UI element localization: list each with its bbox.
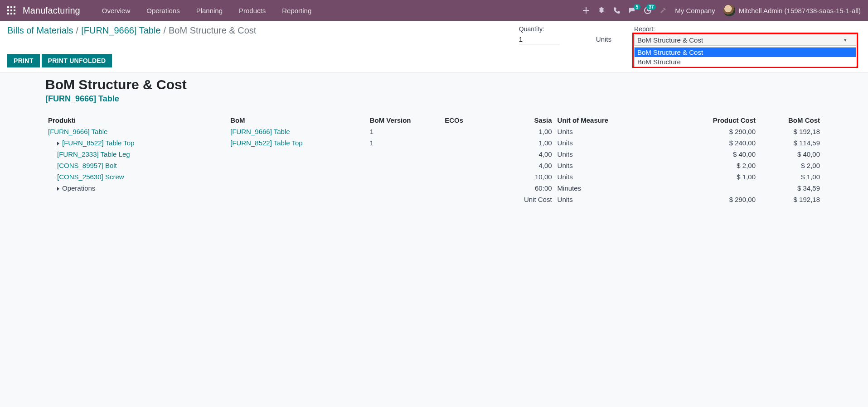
top-navbar: Manufacturing Overview Operations Planni…	[0, 0, 868, 21]
bug-icon[interactable]	[598, 7, 605, 14]
product-cell[interactable]: [CONS_25630] Screw	[57, 173, 124, 181]
control-panel: Bills of Materials / [FURN_9666] Table /…	[0, 21, 868, 72]
caret-icon[interactable]	[57, 187, 59, 191]
avatar	[723, 5, 735, 16]
breadcrumb-current: BoM Structure & Cost	[169, 25, 256, 36]
qty-cell: 4,00	[506, 148, 554, 160]
uom-cell: Units	[555, 148, 662, 160]
uom-cell: Units	[555, 160, 662, 171]
footer-uom: Units	[555, 194, 662, 205]
bcost-cell: $ 40,00	[758, 148, 823, 160]
breadcrumb-root[interactable]: Bills of Materials	[7, 25, 73, 36]
bcost-cell: $ 192,18	[758, 126, 823, 137]
breadcrumb: Bills of Materials / [FURN_9666] Table /…	[7, 25, 256, 36]
pcost-cell: $ 290,00	[662, 126, 758, 137]
plus-icon[interactable]	[582, 7, 590, 14]
report-option-cost[interactable]: BoM Structure & Cost	[635, 48, 856, 57]
th-qty: Sasia	[506, 115, 554, 126]
product-cell[interactable]: [CONS_89957] Bolt	[57, 162, 117, 169]
bcost-cell: $ 2,00	[758, 160, 823, 171]
bom-table: Produkti BoM BoM Version ECOs Sasia Unit…	[45, 115, 823, 205]
caret-icon[interactable]	[57, 142, 59, 145]
table-row: [CONS_89957] Bolt4,00Units$ 2,00$ 2,00	[45, 160, 823, 171]
product-cell[interactable]: [FURN_2333] Table Leg	[57, 150, 130, 158]
app-name[interactable]: Manufacturing	[23, 5, 80, 16]
company-selector[interactable]: My Company	[675, 7, 715, 14]
uom-cell: Units	[555, 126, 662, 137]
table-row: [FURN_8522] Table Top[FURN_8522] Table T…	[45, 137, 823, 148]
ecos-cell	[442, 126, 506, 137]
th-ecos: ECOs	[442, 115, 506, 126]
qty-cell: 1,00	[506, 126, 554, 137]
th-version: BoM Version	[367, 115, 442, 126]
nav-planning[interactable]: Planning	[188, 1, 231, 20]
activity-badge: 37	[646, 4, 656, 10]
ecos-cell	[442, 160, 506, 171]
phone-icon[interactable]	[613, 7, 621, 14]
product-cell[interactable]: [FURN_9666] Table	[48, 128, 107, 135]
th-bom: BoM	[228, 115, 367, 126]
footer-bcost: $ 192,18	[758, 194, 823, 205]
th-product: Produkti	[45, 115, 228, 126]
pcost-cell: $ 40,00	[662, 148, 758, 160]
bom-cell[interactable]: [FURN_9666] Table	[230, 128, 290, 135]
uom-cell: Minutes	[555, 182, 662, 194]
nav-overview[interactable]: Overview	[94, 1, 139, 20]
pcost-cell: $ 2,00	[662, 160, 758, 171]
th-bcost: BoM Cost	[758, 115, 823, 126]
print-button[interactable]: PRINT	[7, 54, 40, 67]
table-row: Operations60:00Minutes$ 34,59	[45, 182, 823, 194]
footer-label: Unit Cost	[506, 194, 554, 205]
chat-icon[interactable]: 5	[629, 7, 636, 14]
table-row: [CONS_25630] Screw10,00Units$ 1,00$ 1,00	[45, 171, 823, 182]
qty-cell: 60:00	[506, 182, 554, 194]
report-subtitle: [FURN_9666] Table	[45, 94, 823, 104]
version-cell	[367, 160, 442, 171]
product-cell[interactable]: [FURN_8522] Table Top	[62, 139, 135, 147]
ecos-cell	[442, 182, 506, 194]
report-body: BoM Structure & Cost [FURN_9666] Table P…	[0, 72, 868, 223]
report-option-structure[interactable]: BoM Structure	[635, 57, 856, 67]
version-cell: 1	[367, 126, 442, 137]
version-cell	[367, 182, 442, 194]
print-unfolded-button[interactable]: PRINT UNFOLDED	[42, 54, 112, 67]
footer-pcost: $ 290,00	[662, 194, 758, 205]
pcost-cell	[662, 182, 758, 194]
version-cell: 1	[367, 137, 442, 148]
th-uom: Unit of Measure	[555, 115, 662, 126]
report-select[interactable]: BoM Structure & Cost	[634, 34, 856, 46]
footer-row: Unit Cost Units $ 290,00 $ 192,18	[45, 194, 823, 205]
uom-cell: Units	[555, 137, 662, 148]
version-cell	[367, 171, 442, 182]
report-title: BoM Structure & Cost	[45, 77, 823, 92]
bcost-cell: $ 1,00	[758, 171, 823, 182]
tools-icon[interactable]	[659, 7, 667, 14]
pcost-cell: $ 240,00	[662, 137, 758, 148]
table-row: [FURN_9666] Table[FURN_9666] Table11,00U…	[45, 126, 823, 137]
report-dropdown: BoM Structure & Cost BoM Structure	[634, 47, 856, 67]
nav-menu: Overview Operations Planning Products Re…	[94, 1, 320, 20]
nav-reporting[interactable]: Reporting	[274, 1, 320, 20]
qty-cell: 1,00	[506, 137, 554, 148]
breadcrumb-product[interactable]: [FURN_9666] Table	[81, 25, 160, 36]
version-cell	[367, 148, 442, 160]
table-row: [FURN_2333] Table Leg4,00Units$ 40,00$ 4…	[45, 148, 823, 160]
ecos-cell	[442, 171, 506, 182]
user-name: Mitchell Admin (15987438-saas-15-1-all)	[739, 7, 861, 14]
th-pcost: Product Cost	[662, 115, 758, 126]
nav-products[interactable]: Products	[231, 1, 274, 20]
activity-icon[interactable]: 37	[644, 7, 651, 14]
user-menu[interactable]: Mitchell Admin (15987438-saas-15-1-all)	[723, 5, 861, 16]
nav-operations[interactable]: Operations	[138, 1, 188, 20]
unit-label: Units	[596, 25, 611, 43]
qty-cell: 4,00	[506, 160, 554, 171]
ecos-cell	[442, 137, 506, 148]
ecos-cell	[442, 148, 506, 160]
bcost-cell: $ 34,59	[758, 182, 823, 194]
quantity-input[interactable]	[519, 34, 560, 44]
quantity-label: Quantity:	[519, 25, 573, 33]
chat-badge: 5	[634, 4, 641, 10]
bom-cell[interactable]: [FURN_8522] Table Top	[230, 139, 303, 147]
nav-right: 5 37 My Company Mitchell Admin (15987438…	[582, 5, 861, 16]
apps-icon[interactable]	[7, 6, 15, 14]
